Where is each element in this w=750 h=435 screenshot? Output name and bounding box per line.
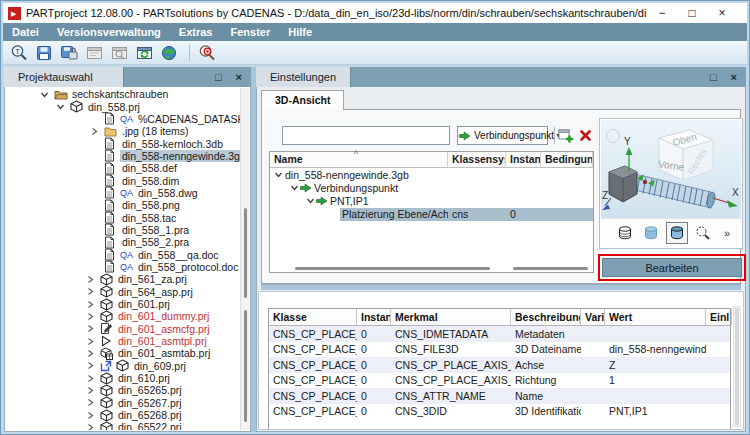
window-refresh-icon[interactable] [133,43,155,63]
close-button[interactable]: × [707,6,737,20]
chevron-expanded-icon[interactable] [306,196,315,205]
window-search-disabled-icon[interactable] [108,43,130,63]
column-header-klassensystem[interactable]: Klassensystem [448,152,506,167]
cylinder-shaded-icon[interactable] [666,222,688,244]
search-input[interactable] [282,126,450,145]
tree-item-din-609-prj[interactable]: din_609.prj [6,360,240,372]
delete-connection-point-button[interactable] [577,127,594,144]
tree-item-din-601-asmtpl-prj[interactable]: din_601_asmtpl.prj [6,335,240,347]
property-row-cns-attr-name[interactable]: CNS_CP_PLACE_PA0CNS_ATTR_NAMEName [269,388,730,404]
cp-row-platzierung-ebene-achse[interactable]: Platzierung Ebene/Achsecns0 [270,208,593,221]
cp-row-din-558-nenngewinde-3gb[interactable]: din_558-nenngewinde.3gb [270,168,593,181]
menu-hilfe[interactable]: Hilfe [279,23,321,41]
chevron-collapsed-icon[interactable] [90,127,104,136]
tree-item-cadenas-datasheet[interactable]: QA%CADENAS_DATASHEET... [6,113,240,125]
tree-item-din-65265-prj[interactable]: din_65265.prj [6,384,240,396]
orientation-cube[interactable]: Oben Vorne Rechts [658,130,713,180]
column-header-einl[interactable]: Einl [706,309,732,325]
zoom-fit-icon[interactable] [692,222,714,244]
tree-item-din-558-def[interactable]: din_558.def [6,162,240,174]
tree-item-din-601-asmtab-prj[interactable]: din_601_asmtab.prj [6,347,240,359]
chevron-collapsed-icon[interactable] [86,275,100,284]
column-header-name[interactable]: Name [270,152,448,167]
column-header-bedingung[interactable]: Bedingung [541,152,593,167]
bearbeiten-button[interactable]: Bearbeiten [602,258,742,277]
chevron-collapsed-icon[interactable] [86,324,100,333]
chevron-collapsed-icon[interactable] [86,361,100,370]
tree-item-din-558-png[interactable]: din_558.png [6,199,240,211]
menu-fenster[interactable]: Fenster [221,23,279,41]
save-lock-icon[interactable] [58,43,80,63]
panel-close-icon[interactable]: × [731,71,737,83]
3d-viewport[interactable]: Oben Vorne Rechts [601,120,741,218]
cylinder-solid-icon[interactable] [640,222,662,244]
tree-item-din-610-prj[interactable]: din_610.prj [6,372,240,384]
tree-item-din-558-dim[interactable]: din_558.dim [6,174,240,186]
tree-item-din-65522-prj[interactable]: din_65522.prj [6,421,240,430]
tree-item-din-65267-prj[interactable]: din_65267.prj [6,397,240,409]
tab-projektauswahl[interactable]: Projektauswahl [4,67,124,87]
cylinder-wireframe-icon[interactable] [614,222,636,244]
chevron-collapsed-icon[interactable] [86,312,100,321]
save-icon[interactable] [33,43,55,63]
search-project-icon[interactable]: T [8,43,30,63]
chevron-collapsed-icon[interactable] [86,423,100,430]
tree-item-din-558-qa-doc[interactable]: QAdin_558__qa.doc [6,248,240,260]
property-row-cns-file3d[interactable]: CNS_CP_PLACE_PA0CNS_FILE3D3D Dateinamedi… [269,342,730,358]
properties-scrollbar[interactable] [733,306,741,427]
tree-item-din-558-dwg[interactable]: QAdin_558.dwg [6,187,240,199]
project-tree-scrollbar[interactable] [240,88,249,430]
globe-icon[interactable] [158,43,180,63]
property-row-cns-idmetadata[interactable]: CNS_CP_PLACE_PA0CNS_IDMETADATAMetadaten [269,326,730,342]
column-header-varia[interactable]: Varia [581,309,605,325]
tree-item-sechskantschrauben[interactable]: sechskantschrauben [6,88,240,100]
horizontal-splitter[interactable] [261,284,741,290]
horizontal-scrollbar-thumb[interactable] [513,267,588,270]
tree-item-din-558-1-pra[interactable]: din_558_1.pra [6,224,240,236]
chevron-expanded-icon[interactable] [274,170,283,179]
chevron-collapsed-icon[interactable] [86,300,100,309]
connection-point-dropdown[interactable]: Verbindungspunkt ▼ [457,126,548,145]
panel-close-icon[interactable]: × [236,71,242,83]
cp-row-pnt-ip1[interactable]: PNT,IP1 [270,194,593,207]
column-header-beschreibung[interactable]: Beschreibung [511,309,581,325]
column-header-instanz[interactable]: Instanz [357,309,391,325]
panel-maximize-icon[interactable]: □ [710,71,717,83]
property-row-cns-cp-place-axis-dir[interactable]: CNS_CP_PLACE_PA0CNS_CP_PLACE_AXIS_DIRRic… [269,373,730,389]
tree-item-din-601-dummy-prj[interactable]: din_601_dummy.prj [6,310,240,322]
more-options-icon[interactable]: » [724,227,730,239]
column-header-instanz[interactable]: Instanz [506,152,541,167]
scrollbar-thumb[interactable] [735,308,739,425]
minimize-button[interactable]: − [647,6,677,20]
chevron-collapsed-icon[interactable] [86,337,100,346]
property-row-cns-3did[interactable]: CNS_CP_PLACE_PA0CNS_3DID3D Identifikatio… [269,404,730,420]
menu-versionsverwaltung[interactable]: Versionsverwaltung [48,23,170,41]
tree-item-din-558-prj[interactable]: din_558.prj [6,100,240,112]
chevron-expanded-icon[interactable] [56,102,70,111]
tab-3d-ansicht[interactable]: 3D-Ansicht [261,90,344,110]
column-header-wert[interactable]: Wert [605,309,706,325]
tree-item-din-558-kernloch-3db[interactable]: din_558-kernloch.3db [6,137,240,149]
tree-item-din-558-protocol-doc[interactable]: QAdin_558_protocol.doc [6,261,240,273]
horizontal-scrollbar-thumb[interactable] [295,267,490,270]
scrollbar-thumb[interactable] [244,208,247,298]
chevron-collapsed-icon[interactable] [86,411,100,420]
menu-extras[interactable]: Extras [170,23,222,41]
tree-item-din-564-asp-prj[interactable]: din_564_asp.prj [6,286,240,298]
chevron-collapsed-icon[interactable] [86,349,100,358]
chevron-collapsed-icon[interactable] [86,374,100,383]
chevron-expanded-icon[interactable] [40,90,54,99]
tree-item-din-65268-prj[interactable]: din_65268.prj [6,409,240,421]
column-header-merkmal[interactable]: Merkmal [391,309,511,325]
chevron-collapsed-icon[interactable] [86,287,100,296]
tree-item-din-601-asmcfg-prj[interactable]: din_601_asmcfg.prj [6,323,240,335]
tree-item-jpg-18-items[interactable]: .jpg (18 items) [6,125,240,137]
tree-item-din-561-za-prj[interactable]: din_561_za.prj [6,273,240,285]
tab-einstellungen[interactable]: Einstellungen [256,67,351,87]
column-header-klasse[interactable]: Klasse [269,309,357,325]
panel-maximize-icon[interactable]: □ [215,71,222,83]
chevron-collapsed-icon[interactable] [86,398,100,407]
cp-row-verbindungspunkt[interactable]: Verbindungspunkt [270,181,593,194]
scrollbar-thumb[interactable] [244,310,247,422]
property-row-cns-cp-place-axis-name[interactable]: CNS_CP_PLACE_PA0CNS_CP_PLACE_AXIS_NAMEAc… [269,357,730,373]
